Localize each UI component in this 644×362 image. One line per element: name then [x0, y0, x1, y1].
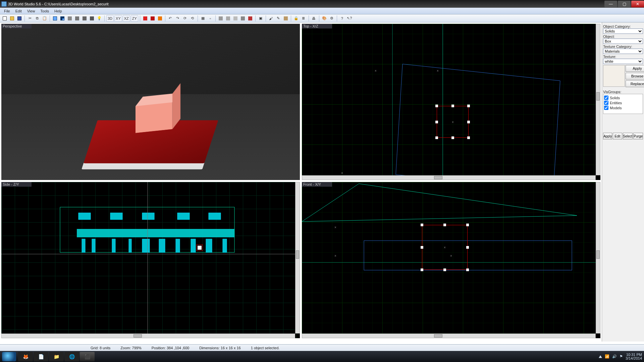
light-icon[interactable]: 💡 — [96, 15, 103, 22]
svg-rect-19 — [198, 246, 202, 250]
snap-grid-icon[interactable]: ▦ — [200, 15, 206, 22]
picker-icon[interactable]: ✎ — [275, 15, 282, 22]
csg-sub-icon[interactable] — [217, 15, 224, 22]
red-cube-icon[interactable] — [142, 15, 149, 22]
scrollbar-v[interactable] — [295, 182, 300, 334]
browse-texture-button[interactable]: Browse — [626, 73, 644, 79]
paint-icon[interactable]: 🖌 — [268, 15, 274, 22]
csg-carve-icon[interactable] — [239, 15, 246, 22]
scrollbar-h[interactable] — [302, 175, 596, 180]
viewport-side[interactable]: Side - Z/Y — [1, 182, 300, 338]
windows-taskbar: 🦊 📄 📁 🌐 ⬛ 📶 🔊 ⚑ 10:31 PM 3/14/2014 — [0, 351, 644, 362]
vg-select-button[interactable]: Select — [623, 133, 633, 139]
view-xz-button[interactable]: XZ — [123, 15, 130, 22]
network-icon[interactable]: 📶 — [605, 354, 609, 359]
replace-texture-button[interactable]: Replace — [626, 80, 644, 87]
scrollbar-v[interactable] — [596, 182, 600, 334]
print-icon[interactable]: 🖶 — [311, 15, 317, 22]
vg-edit-button[interactable]: Edit — [613, 133, 622, 139]
viewport-front[interactable]: × × × × Front - X/Y — [302, 182, 600, 338]
viewport-perspective[interactable]: Perspective — [1, 24, 300, 180]
vg-solids-checkbox[interactable] — [604, 96, 608, 100]
material-icon[interactable] — [282, 15, 289, 22]
object-category-select[interactable]: Solids — [603, 28, 643, 34]
svg-rect-18 — [223, 239, 227, 252]
paste-icon[interactable]: 📋 — [41, 15, 48, 22]
vg-entities-checkbox[interactable] — [604, 101, 608, 105]
svg-rect-24 — [364, 241, 572, 270]
close-button[interactable]: ✕ — [631, 1, 644, 7]
menu-tools[interactable]: Tools — [38, 8, 52, 14]
viewport-quad-icon[interactable] — [59, 15, 66, 22]
orange-cube-icon[interactable] — [157, 15, 163, 22]
copy-icon[interactable]: ⧉ — [34, 15, 41, 22]
csg-clip-icon[interactable] — [247, 15, 254, 22]
app-task-icon[interactable]: 🌐 — [64, 352, 79, 361]
svg-rect-17 — [206, 239, 212, 252]
options-icon[interactable]: ⚙ — [328, 15, 335, 22]
menu-file[interactable]: File — [1, 8, 13, 14]
vg-entities[interactable]: Entities — [604, 101, 642, 105]
shade-1-icon[interactable] — [66, 15, 73, 22]
svg-rect-7 — [177, 213, 190, 220]
toolbar: ✂ ⧉ 📋 💡 3D XY XZ ZY ↶ ↷ ⟳ ⟲ ▦ ▫ ▣ 🖌 ✎ 🔒 … — [0, 14, 644, 22]
rotate-ccw-icon[interactable]: ⟲ — [189, 15, 196, 22]
red-cube2-icon[interactable] — [149, 15, 156, 22]
menu-view[interactable]: View — [24, 8, 38, 14]
menu-edit[interactable]: Edit — [13, 8, 24, 14]
start-button[interactable] — [2, 352, 16, 361]
open-icon[interactable] — [9, 15, 15, 22]
viewport-top[interactable]: × × × × Top - X/Z — [302, 24, 600, 180]
whatsthis-icon[interactable]: ↖? — [346, 15, 353, 22]
shade-2-icon[interactable] — [74, 15, 80, 22]
tray-clock[interactable]: 10:31 PM 3/14/2014 — [626, 353, 642, 360]
svg-rect-12 — [129, 239, 131, 252]
vg-models[interactable]: Models — [604, 106, 642, 110]
menu-help[interactable]: Help — [52, 8, 65, 14]
notepad-icon[interactable]: 📄 — [34, 352, 48, 361]
svg-rect-4 — [78, 213, 91, 220]
vg-apply-button[interactable]: Apply — [603, 133, 612, 139]
volume-icon[interactable]: 🔊 — [612, 354, 617, 359]
scrollbar-h[interactable] — [302, 334, 596, 338]
shade-4-icon[interactable] — [89, 15, 95, 22]
view-zy-button[interactable]: ZY — [131, 15, 138, 22]
firefox-icon[interactable]: 🦊 — [18, 352, 33, 361]
apply-texture-button[interactable]: Apply — [626, 65, 644, 72]
menubar: File Edit View Tools Help — [0, 8, 644, 14]
layers-icon[interactable]: ≣ — [300, 15, 307, 22]
undo-icon[interactable]: ↶ — [167, 15, 174, 22]
help-icon[interactable]: ? — [339, 15, 345, 22]
texture-category-select[interactable]: Materials — [603, 49, 643, 54]
save-icon[interactable] — [16, 15, 23, 22]
rotate-cw-icon[interactable]: ⟳ — [182, 15, 189, 22]
svg-rect-10 — [92, 239, 95, 252]
explorer-icon[interactable]: 📁 — [49, 352, 64, 361]
view-xy-button[interactable]: XY — [114, 15, 122, 22]
vg-purge-button[interactable]: Purge — [633, 133, 643, 139]
maximize-button[interactable]: ▢ — [618, 1, 631, 7]
cut-icon[interactable]: ✂ — [26, 15, 33, 22]
vg-solids[interactable]: Solids — [604, 96, 642, 100]
snap-vert-icon[interactable]: ▫ — [207, 15, 214, 22]
object-select[interactable]: Box — [603, 39, 643, 44]
view-3d-button[interactable]: 3D — [106, 15, 114, 22]
vg-models-checkbox[interactable] — [604, 106, 608, 110]
redo-icon[interactable]: ↷ — [174, 15, 181, 22]
active-app-task-icon[interactable]: ⬛ — [80, 352, 95, 361]
status-bar: Grid: 8 units Zoom: 799% Position: 384 ,… — [0, 344, 644, 351]
csg-hollow-icon[interactable] — [232, 15, 239, 22]
tray-expand-icon[interactable] — [599, 355, 602, 358]
shade-3-icon[interactable] — [81, 15, 88, 22]
group-icon[interactable]: ▣ — [257, 15, 264, 22]
new-icon[interactable] — [1, 15, 8, 22]
action-center-icon[interactable]: ⚑ — [620, 354, 623, 359]
viewport-single-icon[interactable] — [52, 15, 58, 22]
scrollbar-v[interactable] — [596, 24, 600, 175]
scrollbar-h[interactable] — [1, 334, 295, 338]
minimize-button[interactable]: — — [604, 1, 617, 7]
csg-add-icon[interactable] — [225, 15, 231, 22]
lock-icon[interactable]: 🔒 — [293, 15, 300, 22]
palette-icon[interactable]: 🎨 — [321, 15, 328, 22]
texture-select[interactable]: white — [603, 59, 643, 64]
